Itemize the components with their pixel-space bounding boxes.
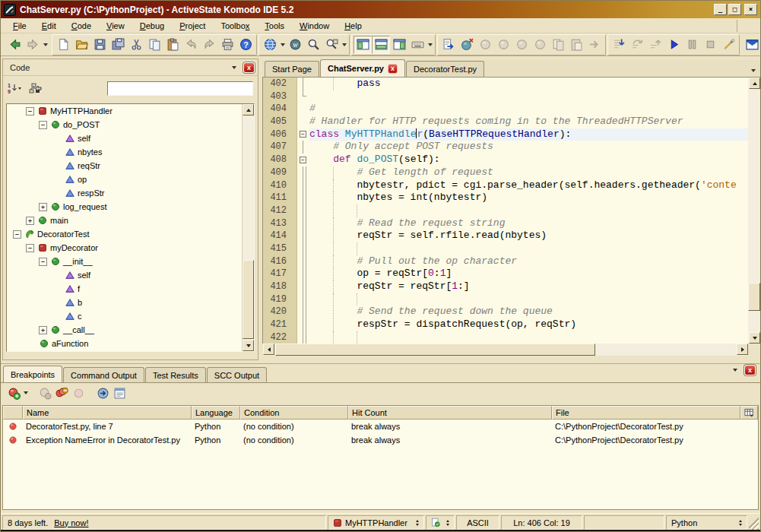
- menu-help[interactable]: Help: [337, 19, 369, 33]
- wand-button[interactable]: [719, 36, 737, 54]
- output-tab-command-output[interactable]: Command Output: [63, 367, 144, 382]
- language-selector[interactable]: Python: [666, 515, 747, 530]
- fold-toggle[interactable]: −: [300, 157, 306, 163]
- maximize-button[interactable]: □: [728, 4, 741, 15]
- sort-order-button[interactable]: 19: [8, 82, 23, 94]
- tab-close-button[interactable]: x: [388, 64, 398, 74]
- tree-scroll-down[interactable]: [243, 340, 254, 351]
- editor-vscrollbar[interactable]: [748, 78, 760, 344]
- column-header-condition[interactable]: Condition: [240, 406, 348, 420]
- bp-go-button[interactable]: [94, 385, 111, 401]
- find-button[interactable]: [304, 36, 322, 54]
- menu-project[interactable]: Project: [172, 19, 213, 33]
- tree-item-__init__[interactable]: −__init__: [7, 255, 254, 268]
- menu-tools[interactable]: Tools: [257, 19, 292, 33]
- column-header-name[interactable]: Name: [23, 406, 192, 420]
- forward-button[interactable]: [24, 36, 42, 54]
- expand-toggle[interactable]: +: [39, 203, 47, 211]
- web-button[interactable]: [261, 36, 279, 54]
- play-button[interactable]: [664, 36, 683, 54]
- output-tab-test-results[interactable]: Test Results: [145, 367, 206, 382]
- column-header-file[interactable]: File: [552, 406, 740, 420]
- tree-item-reqStr[interactable]: reqStr: [7, 159, 254, 173]
- output-tab-scc-output[interactable]: SCC Output: [207, 367, 267, 382]
- cut-button[interactable]: [127, 36, 145, 54]
- breakpoint-row[interactable]: Exception NameError in DecoratorTest.pyP…: [3, 433, 758, 447]
- filter-tree-button[interactable]: [27, 82, 43, 94]
- tree-scroll-thumb[interactable]: [243, 260, 254, 339]
- editor-tab-ChatServer.py[interactable]: ChatServer.pyx: [320, 59, 405, 77]
- bp-delete-all-button[interactable]: [53, 385, 70, 401]
- panel-close-button[interactable]: x: [243, 62, 255, 73]
- check-status[interactable]: [426, 515, 455, 530]
- tree-item-myDecorator[interactable]: −myDecorator: [7, 241, 254, 255]
- paste-button[interactable]: [163, 36, 182, 54]
- resize-grip[interactable]: [749, 515, 759, 530]
- collapse-toggle[interactable]: −: [13, 230, 21, 239]
- bp-new-dropdown[interactable]: [22, 384, 29, 402]
- keyboard-dropdown[interactable]: [426, 36, 433, 54]
- buy-now-link[interactable]: Buy now!: [54, 518, 88, 527]
- menu-toolbox[interactable]: Toolbox: [213, 19, 257, 33]
- output-panel-close[interactable]: x: [744, 365, 756, 375]
- collapse-toggle[interactable]: −: [39, 258, 47, 266]
- community-button[interactable]: w: [286, 36, 304, 54]
- menu-window[interactable]: Window: [292, 19, 337, 33]
- tree-item-DecoratorTest[interactable]: −DecoratorTest: [7, 227, 254, 241]
- close-button[interactable]: ×: [744, 4, 757, 15]
- expand-toggle[interactable]: +: [39, 326, 47, 334]
- find-advanced-button[interactable]: [322, 36, 341, 54]
- tree-item-self[interactable]: self: [7, 268, 254, 282]
- bp-properties-button[interactable]: [111, 385, 128, 401]
- column-header-language[interactable]: Language: [192, 406, 240, 420]
- editor-tab-Start Page[interactable]: Start Page: [265, 61, 319, 77]
- pane-left-button[interactable]: [354, 36, 372, 54]
- panel-menu-button[interactable]: [228, 66, 240, 69]
- code-filter-input[interactable]: [107, 81, 253, 96]
- editor-hscrollbar[interactable]: [263, 344, 748, 356]
- copy-button[interactable]: [145, 36, 163, 54]
- pane-bottom-button[interactable]: [372, 36, 390, 54]
- bp-new-button[interactable]: [5, 385, 22, 401]
- fold-toggle[interactable]: −: [300, 131, 306, 138]
- print-button[interactable]: [218, 36, 236, 54]
- find-advanced-dropdown[interactable]: [341, 36, 347, 54]
- breakpoint-row[interactable]: DecoratorTest.py, line 7Python(no condit…: [3, 420, 758, 433]
- tree-item-f[interactable]: f: [7, 282, 254, 296]
- column-header-icon[interactable]: [3, 406, 23, 420]
- collapse-toggle[interactable]: −: [26, 107, 34, 116]
- save-all-button[interactable]: [109, 36, 127, 54]
- menu-view[interactable]: View: [99, 19, 132, 33]
- tree-scroll-up[interactable]: [243, 104, 254, 116]
- menu-code[interactable]: Code: [64, 19, 99, 33]
- tree-item-aFunction[interactable]: aFunction: [7, 337, 254, 350]
- tree-item-__call__[interactable]: +__call__: [7, 323, 254, 337]
- help-button[interactable]: ?: [236, 36, 255, 54]
- tree-item-c[interactable]: c: [7, 309, 254, 323]
- debug-new-button[interactable]: [458, 36, 476, 54]
- menu-file[interactable]: File: [5, 19, 34, 33]
- minimize-button[interactable]: _: [714, 4, 727, 15]
- tree-item-self[interactable]: self: [7, 131, 254, 145]
- menu-debug[interactable]: Debug: [132, 19, 172, 33]
- output-tab-breakpoints[interactable]: Breakpoints: [3, 366, 62, 382]
- forward-dropdown[interactable]: [42, 36, 49, 54]
- back-button[interactable]: [5, 36, 24, 54]
- tree-item-nbytes[interactable]: nbytes: [7, 145, 254, 159]
- new-file-button[interactable]: [54, 36, 72, 54]
- tree-item-main[interactable]: +main: [7, 214, 254, 227]
- current-symbol[interactable]: MyHTTPHandler: [328, 515, 424, 530]
- tree-item-respStr[interactable]: respStr: [7, 186, 254, 200]
- output-panel-dropdown[interactable]: [731, 361, 738, 379]
- step-in-button[interactable]: [610, 36, 628, 54]
- web-dropdown[interactable]: [279, 36, 286, 54]
- tree-item-MyHTTPHandler[interactable]: −MyHTTPHandler: [7, 104, 254, 118]
- pane-right-button[interactable]: [390, 36, 408, 54]
- expand-toggle[interactable]: +: [26, 217, 34, 225]
- encoding-indicator[interactable]: ASCII: [456, 515, 499, 530]
- column-picker[interactable]: [740, 406, 758, 420]
- tab-list-dropdown[interactable]: [751, 69, 756, 72]
- open-folder-button[interactable]: [72, 36, 90, 54]
- symbol-stepper[interactable]: [410, 520, 419, 526]
- toolbox-pane-button[interactable]: [743, 36, 761, 54]
